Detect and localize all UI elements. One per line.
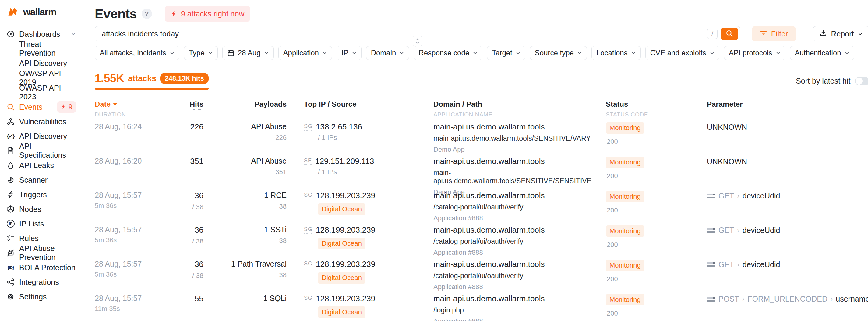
column-header-hits: Hits bbox=[190, 100, 204, 110]
toggle-knob bbox=[856, 77, 863, 84]
chevron-right-separator: › bbox=[737, 226, 739, 235]
filter-button[interactable]: Filter bbox=[752, 26, 796, 41]
status-badge: Monitoring bbox=[606, 294, 645, 306]
sidebar-item-vulnerabilities[interactable]: Vulnerabilities bbox=[6, 114, 76, 129]
source-ip: 128.199.203.239 bbox=[316, 294, 375, 304]
event-duration: 5m 36s bbox=[95, 271, 177, 279]
filter-chip-cve-and-exploits[interactable]: CVE and exploits bbox=[645, 46, 719, 60]
chevron-down-icon bbox=[352, 50, 356, 55]
sidebar-item-ip-lists[interactable]: IPIP Lists bbox=[6, 216, 76, 231]
cell-date: 28 Aug, 15:575m 36s bbox=[95, 225, 177, 256]
chevron-down-icon bbox=[399, 50, 404, 55]
share-icon bbox=[6, 278, 15, 286]
cell-status: Monitoring200 bbox=[606, 156, 707, 196]
source-ip-count: / 1 IPs bbox=[318, 134, 433, 142]
column-subheader-status-code: STATUS CODE bbox=[606, 111, 707, 118]
sidebar-nav: DashboardsThreat PreventionAPI Discovery… bbox=[6, 27, 76, 304]
filter-chip-label: Domain bbox=[371, 49, 396, 57]
sidebar-item-settings[interactable]: Settings bbox=[6, 289, 76, 304]
parameter-segment: UNKNOWN bbox=[707, 157, 747, 166]
hits-total: / 38 bbox=[177, 272, 204, 280]
filter-chip-ip[interactable]: IP bbox=[337, 46, 362, 60]
filter-chip-source-type[interactable]: Source type bbox=[530, 46, 587, 60]
filter-chip-domain[interactable]: Domain bbox=[366, 46, 409, 60]
column-header-date[interactable]: Date bbox=[95, 100, 177, 109]
wallarm-logo[interactable]: wallarm bbox=[8, 7, 76, 17]
column-subheader-duration: DURATION bbox=[95, 111, 177, 118]
gauge-icon bbox=[6, 30, 15, 38]
search-bar: / bbox=[95, 26, 740, 41]
cell-domain: main-api.us.demo.wallarm.tools/login.php… bbox=[433, 294, 606, 321]
table-row[interactable]: 28 Aug, 15:575m 36s36/ 381 RCE38SG128.19… bbox=[95, 187, 868, 221]
table-row[interactable]: 28 Aug, 15:575m 36s36/ 381 Path Traversa… bbox=[95, 255, 868, 290]
filter-chip-all-attacks-incidents[interactable]: All attacks, Incidents bbox=[95, 46, 179, 60]
sidebar-item-nodes[interactable]: Nodes bbox=[6, 202, 76, 216]
events-count-value: 9 bbox=[68, 103, 72, 111]
event-duration: 5m 36s bbox=[95, 236, 177, 244]
cell-spacer bbox=[287, 191, 304, 222]
filter-chip-target[interactable]: Target bbox=[487, 46, 525, 60]
path: /catalog-portal/ui/oauth/verify bbox=[433, 203, 606, 211]
sidebar-item-scanner[interactable]: Scanner bbox=[6, 173, 76, 187]
source-line: SG128.199.203.239 bbox=[304, 294, 433, 304]
application-name: Application #888 bbox=[433, 283, 606, 291]
sort-control: Sort by latest hit bbox=[796, 77, 868, 85]
filter-chip-label: Application bbox=[283, 49, 319, 57]
keyboard-shortcut-hint: / bbox=[707, 29, 717, 39]
search-input[interactable] bbox=[102, 30, 707, 38]
parameter-location-icon bbox=[707, 262, 715, 267]
search-button[interactable] bbox=[721, 28, 738, 40]
cell-source: SG128.199.203.239Digital Ocean bbox=[304, 260, 433, 291]
help-icon[interactable]: ? bbox=[142, 8, 152, 19]
filter-chip-28-aug[interactable]: 28 Aug bbox=[222, 46, 274, 60]
application-name: Application #888 bbox=[433, 317, 606, 321]
attacks-unit-label: attacks bbox=[128, 74, 156, 83]
filter-chip-application[interactable]: Application bbox=[278, 46, 332, 60]
event-date: 28 Aug, 16:20 bbox=[95, 156, 177, 165]
filter-chip-label: Locations bbox=[596, 49, 628, 57]
download-icon bbox=[819, 29, 827, 38]
sidebar-item-api-leaks[interactable]: API Leaks bbox=[6, 158, 76, 173]
sidebar-item-events[interactable]: Events9 bbox=[6, 100, 76, 114]
payload-type: API Abuse bbox=[204, 122, 287, 131]
filter-chip-locations[interactable]: Locations bbox=[591, 46, 641, 60]
sidebar-subitem-threat-prevention[interactable]: Threat Prevention bbox=[6, 41, 76, 56]
filter-chip-authentication[interactable]: Authentication bbox=[790, 46, 854, 60]
bolt-icon bbox=[61, 103, 66, 111]
sort-toggle[interactable] bbox=[855, 77, 868, 85]
table-row[interactable]: 28 Aug, 15:5711m 35s551 SQLiSG128.199.20… bbox=[95, 290, 868, 321]
column-header-status: Status bbox=[606, 100, 707, 109]
search-expand-handle[interactable] bbox=[413, 36, 423, 46]
table-row[interactable]: 28 Aug, 15:575m 36s36/ 381 SSTi38SG128.1… bbox=[95, 221, 868, 255]
cell-source: SG138.2.65.136/ 1 IPs bbox=[304, 122, 433, 153]
sidebar-item-api-discovery[interactable]: {✓}API Discovery bbox=[6, 129, 76, 143]
sidebar-item-rules[interactable]: Rules bbox=[6, 231, 76, 246]
chevron-down-icon bbox=[322, 50, 327, 55]
search-row: / Filter Report bbox=[95, 26, 868, 41]
table-row[interactable]: 28 Aug, 16:20351API Abuse351SE129.151.20… bbox=[95, 152, 868, 187]
filter-chip-type[interactable]: Type bbox=[184, 46, 218, 60]
sidebar-item-bola-protection[interactable]: {ID}BOLA Protection bbox=[6, 260, 76, 275]
filter-chip-response-code[interactable]: Response code bbox=[413, 46, 483, 60]
cell-domain: main-api.us.demo.wallarm.tools/catalog-p… bbox=[433, 191, 606, 222]
sidebar-item-api-abuse-prevention[interactable]: API Abuse Prevention bbox=[6, 246, 76, 260]
status-badge: Monitoring bbox=[606, 260, 645, 271]
filter-chip-label: Authentication bbox=[795, 49, 841, 57]
attacks-tab[interactable]: 1.55K attacks 248.13K hits bbox=[95, 72, 209, 90]
table-row[interactable]: 28 Aug, 16:24226API Abuse226SG138.2.65.1… bbox=[95, 118, 868, 152]
parameter-line: UNKNOWN bbox=[707, 156, 868, 166]
status-code: 200 bbox=[606, 138, 707, 146]
status-badge: Monitoring bbox=[606, 122, 645, 134]
report-button[interactable]: Report bbox=[813, 26, 868, 41]
sidebar-item-integrations[interactable]: Integrations bbox=[6, 275, 76, 289]
filter-chip-api-protocols[interactable]: API protocols bbox=[724, 46, 785, 60]
sidebar-item-api-specifications[interactable]: API Specifications bbox=[6, 143, 76, 158]
sidebar-item-dashboards[interactable]: Dashboards bbox=[6, 27, 76, 41]
source-line: SG128.199.203.239 bbox=[304, 191, 433, 200]
sidebar-subitem-owasp-api-2023[interactable]: OWASP API 2023 bbox=[6, 85, 76, 100]
sidebar-item-triggers[interactable]: Triggers bbox=[6, 187, 76, 202]
chevron-right-separator: › bbox=[831, 295, 833, 303]
sidebar-subitem-api-discovery[interactable]: API Discovery bbox=[6, 56, 76, 71]
sidebar-subitem-owasp-api-2019[interactable]: OWASP API 2019 bbox=[6, 71, 76, 85]
cell-hits: 36/ 38 bbox=[177, 225, 204, 256]
